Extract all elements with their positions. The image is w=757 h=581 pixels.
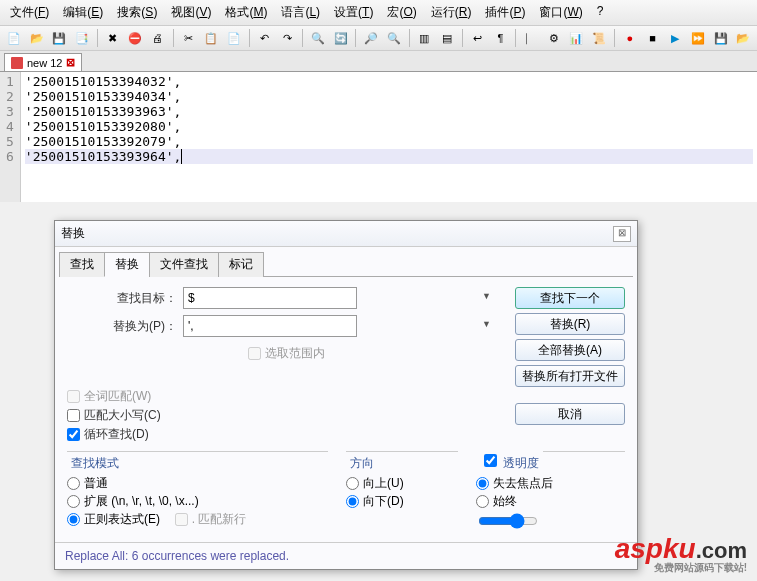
zoom-in-icon[interactable]: 🔎 — [361, 28, 381, 48]
menu-item[interactable]: 宏(O) — [381, 2, 422, 23]
tab-close-icon[interactable]: ⊠ — [66, 56, 75, 69]
menu-item[interactable]: 窗口(W) — [533, 2, 588, 23]
mode-regex-radio[interactable]: 正则表达式(E) . 匹配新行 — [67, 511, 328, 528]
toolbar: 📄 📂 💾 📑 ✖ ⛔ 🖨 ✂ 📋 📄 ↶ ↷ 🔍 🔄 🔎 🔍 ▥ ▤ ↩ ¶ … — [0, 26, 757, 51]
tab-label: new 12 — [27, 57, 62, 69]
menu-item[interactable]: 语言(L) — [275, 2, 326, 23]
replace-all-open-button[interactable]: 替换所有打开文件 — [515, 365, 625, 387]
file-tab[interactable]: new 12 ⊠ — [4, 53, 82, 71]
tab-bar: new 12 ⊠ — [0, 51, 757, 72]
menu-item[interactable]: 格式(M) — [219, 2, 273, 23]
paste-icon[interactable]: 📄 — [224, 28, 244, 48]
transparency-group: 透明度 — [476, 451, 543, 472]
search-mode-group: 查找模式 — [67, 455, 123, 472]
redo-icon[interactable]: ↷ — [277, 28, 297, 48]
menu-bar: 文件(F)编辑(E)搜索(S)视图(V)格式(M)语言(L)设置(T)宏(O)运… — [0, 0, 757, 26]
dialog-status: Replace All: 6 occurrences were replaced… — [55, 542, 637, 569]
dialog-tab[interactable]: 查找 — [59, 252, 105, 277]
dir-up-radio[interactable]: 向上(U) — [346, 475, 458, 492]
menu-item[interactable]: 插件(P) — [479, 2, 531, 23]
line-gutter: 123456 — [0, 72, 21, 202]
wrap-check[interactable]: 循环查找(D) — [67, 426, 505, 443]
trans-onlose-radio[interactable]: 失去焦点后 — [476, 475, 625, 492]
menu-item[interactable]: 文件(F) — [4, 2, 55, 23]
replace-label: 替换为(P)： — [67, 318, 177, 335]
menu-item[interactable]: 设置(T) — [328, 2, 379, 23]
close-icon[interactable]: ✖ — [103, 28, 123, 48]
find-label: 查找目标： — [67, 290, 177, 307]
trans-always-radio[interactable]: 始终 — [476, 493, 625, 510]
whole-word-check: 全词匹配(W) — [67, 388, 505, 405]
dialog-close-icon[interactable]: ⊠ — [613, 226, 631, 242]
replace-button[interactable]: 替换(R) — [515, 313, 625, 335]
indent-guide-icon[interactable]: ⎸ — [521, 28, 541, 48]
close-all-icon[interactable]: ⛔ — [125, 28, 145, 48]
code-line: '25001510153394032', — [25, 74, 753, 89]
save-icon[interactable]: 💾 — [49, 28, 69, 48]
load-macro-icon[interactable]: 📂 — [733, 28, 753, 48]
stop-icon[interactable]: ■ — [643, 28, 663, 48]
mode-extended-radio[interactable]: 扩展 (\n, \r, \t, \0, \x...) — [67, 493, 328, 510]
undo-icon[interactable]: ↶ — [255, 28, 275, 48]
dialog-titlebar[interactable]: 替换 ⊠ — [55, 221, 637, 247]
menu-item[interactable]: 运行(R) — [425, 2, 478, 23]
code-line: '25001510153393964', — [25, 149, 753, 164]
code-line: '25001510153392079', — [25, 134, 753, 149]
transparency-slider[interactable] — [478, 513, 538, 529]
file-icon — [11, 57, 23, 69]
zoom-out-icon[interactable]: 🔍 — [384, 28, 404, 48]
replace-all-button[interactable]: 全部替换(A) — [515, 339, 625, 361]
sync-v-icon[interactable]: ▥ — [415, 28, 435, 48]
cut-icon[interactable]: ✂ — [179, 28, 199, 48]
userdef-icon[interactable]: ⚙ — [544, 28, 564, 48]
cancel-button[interactable]: 取消 — [515, 403, 625, 425]
dialog-title: 替换 — [61, 225, 85, 242]
menu-item[interactable]: 编辑(E) — [57, 2, 109, 23]
show-all-icon[interactable]: ¶ — [491, 28, 511, 48]
dialog-tab[interactable]: 标记 — [218, 252, 264, 277]
code-editor[interactable]: 123456 '25001510153394032','250015101533… — [0, 72, 757, 202]
print-icon[interactable]: 🖨 — [148, 28, 168, 48]
sync-h-icon[interactable]: ▤ — [437, 28, 457, 48]
find-input[interactable] — [183, 287, 357, 309]
copy-icon[interactable]: 📋 — [201, 28, 221, 48]
match-case-check[interactable]: 匹配大小写(C) — [67, 407, 505, 424]
replace-icon[interactable]: 🔄 — [331, 28, 351, 48]
dialog-tabs: 查找替换文件查找标记 — [59, 251, 633, 277]
code-area[interactable]: '25001510153394032','25001510153394034',… — [21, 72, 757, 202]
replace-dialog: 替换 ⊠ 查找替换文件查找标记 查找目标： 替换为(P)： 选取范围内 全词匹配… — [54, 220, 638, 570]
in-selection-check: 选取范围内 — [248, 345, 325, 362]
save-all-icon[interactable]: 📑 — [72, 28, 92, 48]
code-line: '25001510153393963', — [25, 104, 753, 119]
record-icon[interactable]: ● — [620, 28, 640, 48]
wrap-icon[interactable]: ↩ — [468, 28, 488, 48]
code-line: '25001510153392080', — [25, 119, 753, 134]
doc-map-icon[interactable]: 📊 — [567, 28, 587, 48]
play-multi-icon[interactable]: ⏩ — [688, 28, 708, 48]
menu-item[interactable]: 搜索(S) — [111, 2, 163, 23]
save-macro-icon[interactable]: 💾 — [711, 28, 731, 48]
dialog-tab[interactable]: 文件查找 — [149, 252, 219, 277]
new-file-icon[interactable]: 📄 — [4, 28, 24, 48]
transparency-check[interactable] — [484, 454, 497, 467]
watermark-logo: aspku.com 免费网站源码下载站! — [615, 533, 747, 575]
menu-item[interactable]: 视图(V) — [165, 2, 217, 23]
play-icon[interactable]: ▶ — [665, 28, 685, 48]
replace-input[interactable] — [183, 315, 357, 337]
dir-down-radio[interactable]: 向下(D) — [346, 493, 458, 510]
dot-newline-check — [175, 513, 188, 526]
mode-normal-radio[interactable]: 普通 — [67, 475, 328, 492]
direction-group: 方向 — [346, 455, 378, 472]
dialog-tab[interactable]: 替换 — [104, 252, 150, 277]
code-line: '25001510153394034', — [25, 89, 753, 104]
open-file-icon[interactable]: 📂 — [27, 28, 47, 48]
find-next-button[interactable]: 查找下一个 — [515, 287, 625, 309]
menu-item[interactable]: ? — [591, 2, 610, 23]
find-icon[interactable]: 🔍 — [308, 28, 328, 48]
func-list-icon[interactable]: 📜 — [589, 28, 609, 48]
